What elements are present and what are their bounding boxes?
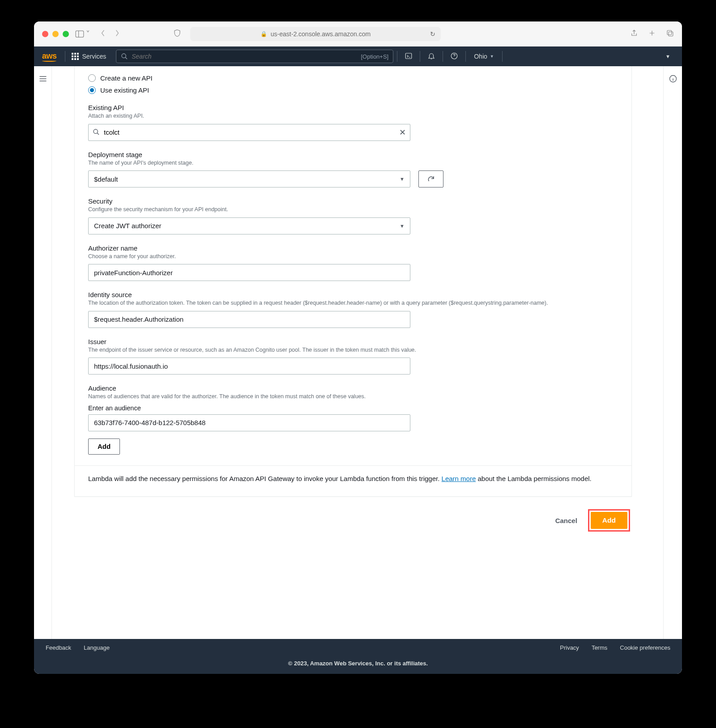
close-window-icon[interactable] bbox=[42, 31, 48, 37]
existing-api-input[interactable] bbox=[88, 124, 410, 141]
account-menu[interactable]: ▼ bbox=[665, 54, 682, 59]
existing-api-desc: Attach an existing API. bbox=[88, 112, 618, 120]
add-audience-button[interactable]: Add bbox=[88, 439, 120, 455]
back-icon[interactable] bbox=[100, 30, 106, 38]
page-body: Create a new API Use existing API Existi… bbox=[34, 66, 682, 639]
sidebar-toggle-icon[interactable]: ˅ bbox=[75, 29, 90, 39]
security-value: Create JWT authorizer bbox=[94, 222, 162, 230]
audience-input[interactable]: 63b73f76-7400-487d-b122-5705b848 bbox=[88, 414, 410, 431]
radio-label: Use existing API bbox=[100, 86, 149, 94]
main-content: Create a new API Use existing API Existi… bbox=[52, 66, 663, 639]
terms-link[interactable]: Terms bbox=[592, 644, 607, 651]
authorizer-label: Authorizer name bbox=[88, 244, 618, 252]
clear-icon[interactable]: ✕ bbox=[399, 128, 406, 137]
issuer-label: Issuer bbox=[88, 338, 618, 345]
reload-icon[interactable]: ↻ bbox=[430, 30, 435, 38]
footer: Feedback Language Privacy Terms Cookie p… bbox=[34, 639, 682, 674]
authorizer-desc: Choose a name for your authorizer. bbox=[88, 253, 618, 261]
maximize-window-icon[interactable] bbox=[63, 31, 69, 37]
svg-point-4 bbox=[122, 54, 126, 58]
permissions-note: Lambda will add the necessary permission… bbox=[88, 474, 618, 484]
radio-create-api[interactable]: Create a new API bbox=[88, 74, 618, 82]
services-menu[interactable]: Services bbox=[65, 53, 113, 60]
audience-label: Audience bbox=[88, 384, 618, 392]
identity-desc: The location of the authorization token.… bbox=[88, 299, 618, 307]
minimize-window-icon[interactable] bbox=[52, 31, 59, 37]
cloudshell-icon[interactable] bbox=[397, 52, 420, 61]
stage-desc: The name of your API's deployment stage. bbox=[88, 159, 618, 167]
aws-top-nav: aws Services [Option+S] Ohio ▼ ▼ bbox=[34, 47, 682, 66]
existing-api-label: Existing API bbox=[88, 104, 618, 111]
svg-line-12 bbox=[97, 133, 99, 135]
nav-search[interactable]: [Option+S] bbox=[116, 50, 393, 63]
new-tab-icon[interactable] bbox=[648, 29, 656, 38]
svg-rect-3 bbox=[669, 32, 673, 36]
copyright: © 2023, Amazon Web Services, Inc. or its… bbox=[34, 656, 682, 674]
learn-more-link[interactable]: Learn more bbox=[442, 475, 476, 482]
window-controls bbox=[42, 31, 69, 37]
cancel-button[interactable]: Cancel bbox=[553, 509, 580, 532]
tabs-icon[interactable] bbox=[666, 29, 674, 38]
nav-search-input[interactable] bbox=[132, 53, 388, 60]
stage-select[interactable]: $default ▼ bbox=[88, 170, 410, 187]
radio-label: Create a new API bbox=[100, 74, 153, 82]
authorizer-input[interactable]: privateFunction-Authorizer bbox=[88, 264, 410, 281]
svg-rect-0 bbox=[76, 30, 84, 37]
chevron-down-icon: ˅ bbox=[86, 29, 90, 39]
cookies-link[interactable]: Cookie preferences bbox=[620, 644, 670, 651]
left-drawer-toggle[interactable] bbox=[34, 66, 52, 639]
stage-label: Deployment stage bbox=[88, 151, 618, 158]
aws-logo[interactable]: aws bbox=[34, 51, 65, 62]
audience-sub: Enter an audience bbox=[88, 404, 618, 412]
form-actions: Cancel Add bbox=[74, 497, 641, 547]
shield-icon[interactable] bbox=[173, 29, 181, 38]
grid-icon bbox=[72, 53, 79, 60]
issuer-desc: The endpoint of the issuer service or re… bbox=[88, 346, 618, 354]
right-drawer-toggle[interactable] bbox=[663, 66, 682, 639]
services-label: Services bbox=[82, 53, 107, 60]
svg-rect-6 bbox=[405, 53, 412, 59]
help-icon[interactable] bbox=[443, 52, 465, 61]
region-selector[interactable]: Ohio ▼ bbox=[466, 53, 502, 60]
share-icon[interactable] bbox=[630, 29, 638, 38]
chevron-down-icon: ▼ bbox=[400, 223, 405, 229]
bell-icon[interactable] bbox=[420, 52, 443, 61]
url-text: us-east-2.console.aws.amazon.com bbox=[271, 30, 371, 38]
chevron-down-icon: ▼ bbox=[490, 54, 494, 59]
identity-label: Identity source bbox=[88, 291, 618, 298]
forward-icon[interactable] bbox=[114, 30, 120, 38]
refresh-button[interactable] bbox=[418, 170, 443, 187]
divider bbox=[75, 465, 631, 466]
svg-point-11 bbox=[94, 129, 98, 133]
chevron-down-icon: ▼ bbox=[400, 176, 405, 182]
identity-input[interactable]: $request.header.Authorization bbox=[88, 311, 410, 328]
search-icon bbox=[93, 128, 100, 137]
security-select[interactable]: Create JWT authorizer ▼ bbox=[88, 217, 410, 234]
svg-line-5 bbox=[125, 57, 127, 59]
browser-window: ˅ 🔒 us-east-2.console.aws.amazon.com ↻ a… bbox=[34, 21, 682, 674]
stage-value: $default bbox=[94, 175, 118, 183]
radio-icon bbox=[88, 74, 96, 82]
issuer-input[interactable]: https://local.fusionauth.io bbox=[88, 358, 410, 375]
feedback-link[interactable]: Feedback bbox=[46, 644, 71, 651]
privacy-link[interactable]: Privacy bbox=[560, 644, 579, 651]
radio-icon bbox=[88, 86, 96, 94]
search-shortcut: [Option+S] bbox=[361, 53, 388, 60]
language-link[interactable]: Language bbox=[84, 644, 110, 651]
highlight-box: Add bbox=[588, 509, 630, 532]
region-label: Ohio bbox=[474, 53, 487, 60]
svg-rect-2 bbox=[667, 30, 672, 35]
browser-chrome: ˅ 🔒 us-east-2.console.aws.amazon.com ↻ bbox=[34, 21, 682, 47]
address-bar[interactable]: 🔒 us-east-2.console.aws.amazon.com ↻ bbox=[190, 27, 441, 41]
security-label: Security bbox=[88, 197, 618, 205]
radio-existing-api[interactable]: Use existing API bbox=[88, 86, 618, 94]
form-panel: Create a new API Use existing API Existi… bbox=[74, 66, 632, 497]
add-button[interactable]: Add bbox=[591, 512, 627, 529]
lock-icon: 🔒 bbox=[260, 31, 267, 37]
audience-desc: Names of audiences that are valid for th… bbox=[88, 393, 618, 401]
security-desc: Configure the security mechanism for you… bbox=[88, 206, 618, 214]
